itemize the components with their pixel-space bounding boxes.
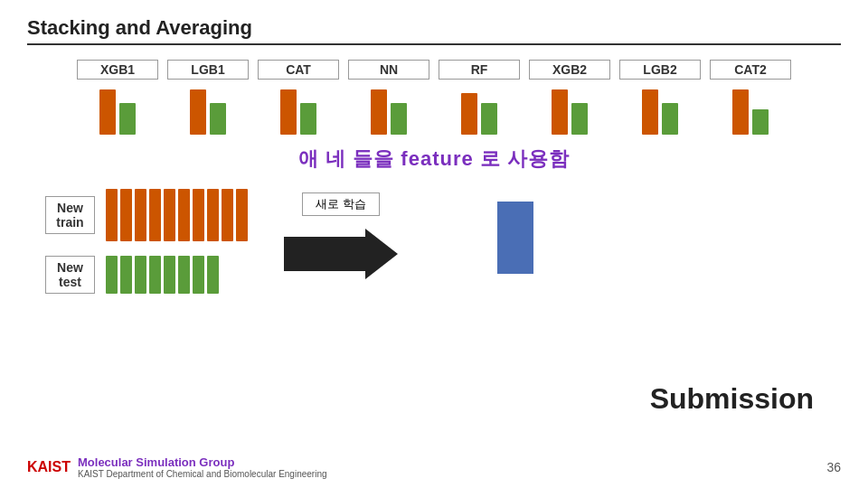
model-row: XGB1 LGB1 CAT NN <box>27 60 841 135</box>
model-lgb2: LGB2 <box>619 60 701 135</box>
train-bar <box>222 189 233 241</box>
bar-orange <box>642 89 658 135</box>
model-bars-lgb1 <box>190 85 226 135</box>
bar-green <box>119 103 136 135</box>
bar-orange <box>99 89 116 135</box>
footer-logo: KAIST Molecular Simulation Group KAIST D… <box>27 455 327 479</box>
submission-text: Submission <box>650 382 814 416</box>
new-test-row: Newtest <box>45 256 248 294</box>
model-bars-xgb1 <box>99 85 136 135</box>
model-label-lgb1: LGB1 <box>167 60 249 80</box>
model-lgb1: LGB1 <box>167 60 249 135</box>
bar-orange <box>732 89 749 135</box>
page-number: 36 <box>826 460 841 474</box>
bar-green <box>300 103 316 135</box>
footer: KAIST Molecular Simulation Group KAIST D… <box>0 455 868 479</box>
train-bar <box>149 189 161 241</box>
test-bar <box>149 256 161 294</box>
bar-green <box>571 103 588 135</box>
test-bar <box>178 256 190 294</box>
middle-text: 애 네 들을 feature 로 사용함 <box>27 145 841 173</box>
bar-orange <box>280 89 297 135</box>
train-bar <box>207 189 219 241</box>
train-bar <box>106 189 118 241</box>
bar-green <box>481 103 497 135</box>
model-bars-cat2 <box>732 85 769 135</box>
test-bar <box>207 256 219 294</box>
title-area: Stacking and Averaging <box>27 16 841 45</box>
new-train-row: Newtrain <box>45 189 248 241</box>
model-label-cat: CAT <box>258 60 339 80</box>
test-bar <box>106 256 118 294</box>
test-bar <box>120 256 132 294</box>
model-label-lgb2: LGB2 <box>619 60 701 80</box>
result-rectangle <box>497 202 533 274</box>
model-cat2: CAT2 <box>710 60 791 135</box>
model-xgb2: XGB2 <box>529 60 610 135</box>
model-xgb1: XGB1 <box>77 60 158 135</box>
bar-orange <box>190 89 206 135</box>
model-cat: CAT <box>258 60 339 135</box>
train-bar <box>236 189 248 241</box>
model-label-cat2: CAT2 <box>710 60 791 80</box>
bar-orange <box>552 89 568 135</box>
train-bar <box>135 189 146 241</box>
model-rf: RF <box>439 60 520 135</box>
model-label-xgb1: XGB1 <box>77 60 158 80</box>
group-label: Molecular Simulation Group <box>78 455 327 469</box>
train-bar <box>193 189 204 241</box>
bar-orange <box>461 93 477 135</box>
model-bars-xgb2 <box>552 85 588 135</box>
model-bars-nn <box>371 85 407 135</box>
new-test-label: Newtest <box>45 256 95 294</box>
new-train-label: Newtrain <box>45 196 95 234</box>
new-learn-label: 새로 학습 <box>302 192 380 216</box>
train-bar <box>164 189 175 241</box>
arrow-head <box>365 229 398 279</box>
model-bars-cat <box>280 85 316 135</box>
test-bar <box>135 256 146 294</box>
model-nn: NN <box>348 60 429 135</box>
bar-green <box>752 109 769 135</box>
page-title: Stacking and Averaging <box>27 16 252 39</box>
bar-orange <box>371 89 387 135</box>
arrow-body <box>284 237 365 271</box>
bar-green <box>662 103 678 135</box>
bar-green <box>210 103 226 135</box>
kaist-label: KAIST <box>27 459 71 475</box>
model-label-nn: NN <box>348 60 429 80</box>
model-bars-lgb2 <box>642 85 678 135</box>
bar-green <box>391 103 407 135</box>
model-label-rf: RF <box>439 60 520 80</box>
model-label-xgb2: XGB2 <box>529 60 610 80</box>
test-bar <box>164 256 175 294</box>
test-bar <box>193 256 204 294</box>
train-bar <box>120 189 132 241</box>
train-bar <box>178 189 190 241</box>
model-bars-rf <box>461 85 497 135</box>
footer-sub: KAIST Department of Chemical and Biomole… <box>78 469 327 479</box>
